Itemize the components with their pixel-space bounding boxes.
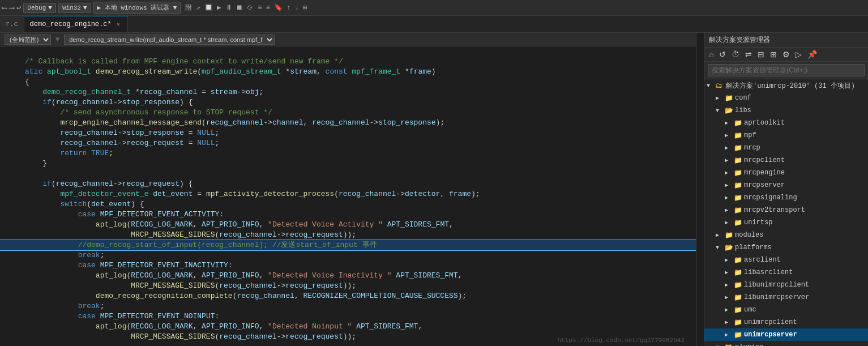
code-line: case MPF_DETECTOR_EVENT_ACTIVITY:	[0, 210, 696, 220]
tree-item-conf[interactable]: ▶ 📁 conf	[704, 92, 868, 104]
plugins-label: plugins	[735, 343, 866, 346]
solution-root[interactable]: ▼ 🗂 解决方案'unimrcp-2010' (31 个项目)	[704, 79, 868, 92]
function-select[interactable]: demo_recog_stream_write(mpf_audio_stream…	[64, 35, 275, 45]
tab-demo-recog[interactable]: demo_recog_engine.c* ✕	[24, 16, 128, 32]
platform-dropdown[interactable]: Win32 ▼	[58, 3, 91, 13]
code-line: break;	[0, 301, 696, 311]
tree-item-mpf[interactable]: ▶ 📁 mpf	[704, 129, 868, 142]
mrcpserver-expand-icon: ▶	[725, 182, 734, 189]
search-input[interactable]	[708, 64, 865, 76]
tree-item-asrclient[interactable]: ▶ 📁 asrclient	[704, 254, 868, 266]
code-line: /* Callback is called from MPF engine co…	[0, 57, 696, 67]
code-line: demo_recog_channel_t *recog_channel = st…	[0, 87, 696, 97]
tab-demo-recog-label: demo_recog_engine.c*	[30, 20, 112, 28]
tree-item-mrcpengine[interactable]: ▶ 📁 mrcpengine	[704, 166, 868, 179]
filter-button[interactable]: ⊞	[768, 49, 779, 60]
tree-item-plugins[interactable]: ▼ 📂 plugins	[704, 341, 868, 346]
libs-folder-icon: 📂	[725, 106, 735, 115]
tree-item-platforms[interactable]: ▼ 📂 platforms	[704, 241, 868, 254]
debug-dropdown[interactable]: Debug ▼	[23, 3, 56, 13]
platform-label: Win32	[62, 5, 81, 11]
sidebar-header: 解决方案资源管理器	[704, 33, 868, 48]
tree-item-mrcpclient[interactable]: ▶ 📁 mrcpclient	[704, 154, 868, 166]
unirtsp-label: unirtsp	[744, 219, 866, 227]
tree-item-libunimrcpclient[interactable]: ▶ 📁 libunimrcpclient	[704, 279, 868, 291]
mrcpclient-label: mrcpclient	[744, 156, 866, 164]
undo-icon: ↩	[16, 3, 21, 12]
code-line: case MPF_DETECTOR_EVENT_INACTIVITY:	[0, 260, 696, 271]
tree-item-mrcpsignaling[interactable]: ▶ 📁 mrcpsignaling	[704, 191, 868, 204]
code-line	[0, 169, 696, 179]
plugins-icon: 📂	[725, 343, 735, 347]
code-line: apt_log(RECOG_LOG_MARK, APT_PRIO_INFO, "…	[0, 220, 696, 230]
modules-expand-icon: ▶	[716, 232, 725, 238]
refresh-button[interactable]: ↺	[717, 49, 728, 60]
libunimrcpserver-label: libunimrcpserver	[744, 293, 866, 301]
editor-scrollbar[interactable]	[696, 33, 704, 346]
sync-button[interactable]: ⇄	[743, 49, 754, 60]
mrcp-label: mrcp	[744, 144, 866, 152]
tree-item-unirtsp[interactable]: ▶ 📁 unirtsp	[704, 216, 868, 229]
umc-label: umc	[744, 306, 866, 314]
tree-item-modules[interactable]: ▶ 📁 modules	[704, 229, 868, 241]
mpf-expand-icon: ▶	[725, 132, 734, 139]
run-button[interactable]: ▶ 本地 Windows 调试器 ▼	[93, 2, 181, 14]
mrcpsignaling-label: mrcpsignaling	[744, 194, 866, 202]
tab-demo-recog-close[interactable]: ✕	[115, 20, 122, 28]
scope-select[interactable]: (全局范围)	[5, 35, 51, 45]
tree-item-mrcpserver[interactable]: ▶ 📁 mrcpserver	[704, 179, 868, 191]
solution-tree: ▼ 🗂 解决方案'unimrcp-2010' (31 个项目) ▶ 📁 conf…	[704, 79, 868, 346]
tree-item-unimrcpclient[interactable]: ▶ 📁 unimrcpclient	[704, 316, 868, 328]
code-line: case MPF_DETECTOR_EVENT_NOINPUT:	[0, 311, 696, 322]
sidebar-toolbar: ⌂ ↺ ⏱ ⇄ ⊟ ⊞ ⚙ ▷ 📌	[704, 48, 868, 62]
main-layout: (全局范围) ▼ demo_recog_stream_write(mpf_aud…	[0, 33, 868, 346]
platforms-icon: 📂	[725, 244, 735, 252]
tree-item-aprtoolkit[interactable]: ▶ 📁 aprtoolkit	[704, 117, 868, 129]
tree-item-libunimrcpserver[interactable]: ▶ 📁 libunimrcpserver	[704, 291, 868, 304]
sidebar-search	[704, 62, 868, 79]
highlighted-comment-line: //demo_recog_start_of_input(recog_channe…	[0, 240, 696, 250]
tree-item-libs[interactable]: ▼ 📂 libs	[704, 104, 868, 117]
unimrcpclient-icon: 📁	[734, 318, 744, 327]
conf-folder-icon: 📁	[725, 94, 735, 102]
plugins-expand-icon: ▼	[716, 344, 725, 347]
collapse-button[interactable]: ⊟	[755, 49, 767, 60]
unirtsp-expand-icon: ▶	[725, 219, 734, 226]
aprtoolkit-label: aprtoolkit	[744, 119, 866, 127]
more-button[interactable]: ▷	[793, 49, 804, 60]
aprtoolkit-expand-icon: ▶	[725, 119, 734, 126]
libunimrcpclient-icon: 📁	[734, 281, 744, 289]
tree-item-unimrcpserver[interactable]: ▶ 📁 unimrcpserver	[704, 328, 868, 341]
libasrclient-icon: 📁	[734, 268, 744, 277]
libs-label: libs	[735, 106, 866, 114]
solution-icon: 🗂	[716, 82, 726, 90]
libunimrcpserver-icon: 📁	[734, 293, 744, 302]
code-line: recog_channel->stop_response = NULL;	[0, 128, 696, 138]
asrclient-expand-icon: ▶	[725, 257, 734, 263]
tab-rc[interactable]: r.c	[0, 16, 24, 32]
home-button[interactable]: ⌂	[707, 49, 716, 60]
tab-bar: r.c demo_recog_engine.c* ✕	[0, 16, 868, 33]
code-area[interactable]: /* Callback is called from MPF engine co…	[0, 46, 696, 346]
pin-button[interactable]: 📌	[805, 49, 819, 60]
history-button[interactable]: ⏱	[729, 49, 742, 60]
tree-item-mrcpv2transport[interactable]: ▶ 📁 mrcpv2transport	[704, 204, 868, 216]
platform-arrow: ▼	[83, 5, 87, 11]
mrcp-icon: 📁	[734, 144, 744, 152]
aprtoolkit-icon: 📁	[734, 119, 744, 127]
code-line: recog_channel->recog_request = NULL;	[0, 138, 696, 148]
libs-expand-icon: ▼	[716, 108, 725, 114]
code-line	[0, 46, 696, 57]
tree-item-umc[interactable]: ▶ 📁 umc	[704, 304, 868, 316]
tree-item-mrcp[interactable]: ▶ 📁 mrcp	[704, 142, 868, 154]
mrcpengine-icon: 📁	[734, 169, 744, 177]
mrcpv2transport-icon: 📁	[734, 206, 744, 215]
code-line: return TRUE;	[0, 148, 696, 159]
tab-rc-label: r.c	[6, 20, 18, 28]
platforms-label: platforms	[735, 244, 866, 251]
mrcpengine-label: mrcpengine	[744, 169, 866, 177]
unimrcpclient-label: unimrcpclient	[744, 318, 866, 326]
mrcpclient-icon: 📁	[734, 156, 744, 165]
tree-item-libasrclient[interactable]: ▶ 📁 libasrclient	[704, 266, 868, 279]
settings-button[interactable]: ⚙	[780, 49, 792, 60]
